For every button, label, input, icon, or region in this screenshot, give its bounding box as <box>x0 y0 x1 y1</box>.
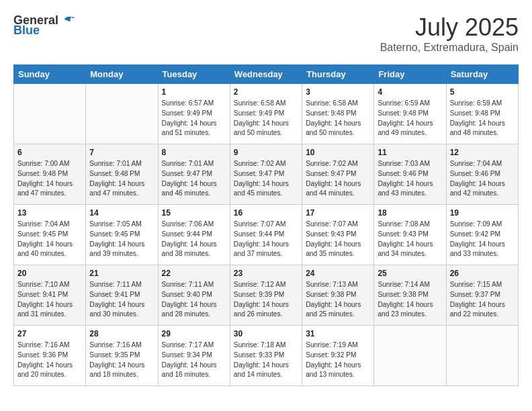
day-number: 4 <box>378 87 442 97</box>
day-number: 9 <box>234 148 298 157</box>
table-row: 1Sunrise: 6:57 AM Sunset: 9:49 PM Daylig… <box>158 84 230 144</box>
table-row: 5Sunrise: 6:59 AM Sunset: 9:48 PM Daylig… <box>446 84 518 144</box>
day-number: 29 <box>162 329 226 338</box>
page-header: General Blue July 2025 Baterno, Extremad… <box>13 13 519 54</box>
day-number: 7 <box>89 148 154 157</box>
table-row: 9Sunrise: 7:02 AM Sunset: 9:47 PM Daylig… <box>230 144 302 205</box>
cell-content: Sunrise: 6:59 AM Sunset: 9:48 PM Dayligh… <box>378 99 442 138</box>
title-block: July 2025 Baterno, Extremadura, Spain <box>380 13 519 54</box>
cell-content: Sunrise: 7:06 AM Sunset: 9:44 PM Dayligh… <box>162 220 226 259</box>
day-number: 2 <box>234 87 298 97</box>
table-row: 20Sunrise: 7:10 AM Sunset: 9:41 PM Dayli… <box>14 265 86 326</box>
table-row: 8Sunrise: 7:01 AM Sunset: 9:47 PM Daylig… <box>158 144 230 205</box>
cell-content: Sunrise: 7:10 AM Sunset: 9:41 PM Dayligh… <box>17 280 82 320</box>
cell-content: Sunrise: 7:11 AM Sunset: 9:41 PM Dayligh… <box>89 280 154 320</box>
cell-content: Sunrise: 7:17 AM Sunset: 9:34 PM Dayligh… <box>162 340 226 380</box>
cell-content: Sunrise: 7:01 AM Sunset: 9:47 PM Dayligh… <box>162 159 226 199</box>
day-number: 26 <box>450 269 515 278</box>
calendar-week-row: 6Sunrise: 7:00 AM Sunset: 9:48 PM Daylig… <box>14 144 519 205</box>
table-row: 11Sunrise: 7:03 AM Sunset: 9:46 PM Dayli… <box>374 144 446 205</box>
cell-content: Sunrise: 7:14 AM Sunset: 9:38 PM Dayligh… <box>378 280 442 320</box>
calendar-week-row: 13Sunrise: 7:04 AM Sunset: 9:45 PM Dayli… <box>14 205 519 265</box>
table-row: 14Sunrise: 7:05 AM Sunset: 9:45 PM Dayli… <box>86 205 158 265</box>
cell-content: Sunrise: 7:15 AM Sunset: 9:37 PM Dayligh… <box>450 280 515 320</box>
day-number: 10 <box>306 148 370 157</box>
cell-content: Sunrise: 7:07 AM Sunset: 9:43 PM Dayligh… <box>306 220 370 259</box>
cell-content: Sunrise: 7:04 AM Sunset: 9:46 PM Dayligh… <box>450 159 515 199</box>
day-number: 8 <box>162 148 226 157</box>
day-number: 13 <box>17 208 82 218</box>
day-number: 14 <box>89 208 154 218</box>
cell-content: Sunrise: 6:59 AM Sunset: 9:48 PM Dayligh… <box>450 99 515 138</box>
day-number: 22 <box>162 269 226 278</box>
table-row: 23Sunrise: 7:12 AM Sunset: 9:39 PM Dayli… <box>230 265 302 326</box>
calendar-week-row: 27Sunrise: 7:16 AM Sunset: 9:36 PM Dayli… <box>14 326 519 386</box>
table-row: 29Sunrise: 7:17 AM Sunset: 9:34 PM Dayli… <box>158 326 230 386</box>
day-number: 24 <box>306 269 370 278</box>
day-number: 11 <box>378 148 442 157</box>
table-row: 16Sunrise: 7:07 AM Sunset: 9:44 PM Dayli… <box>230 205 302 265</box>
cell-content: Sunrise: 7:00 AM Sunset: 9:48 PM Dayligh… <box>17 159 82 199</box>
table-row: 10Sunrise: 7:02 AM Sunset: 9:47 PM Dayli… <box>302 144 374 205</box>
day-number: 21 <box>89 269 154 278</box>
table-row: 6Sunrise: 7:00 AM Sunset: 9:48 PM Daylig… <box>14 144 86 205</box>
table-row <box>374 326 446 386</box>
cell-content: Sunrise: 7:13 AM Sunset: 9:38 PM Dayligh… <box>306 280 370 320</box>
table-row: 28Sunrise: 7:16 AM Sunset: 9:35 PM Dayli… <box>86 326 158 386</box>
col-sunday: Sunday <box>14 65 86 84</box>
cell-content: Sunrise: 7:07 AM Sunset: 9:44 PM Dayligh… <box>234 220 298 259</box>
table-row: 26Sunrise: 7:15 AM Sunset: 9:37 PM Dayli… <box>446 265 518 326</box>
location-title: Baterno, Extremadura, Spain <box>380 42 519 54</box>
table-row: 27Sunrise: 7:16 AM Sunset: 9:36 PM Dayli… <box>14 326 86 386</box>
col-wednesday: Wednesday <box>230 65 302 84</box>
table-row: 24Sunrise: 7:13 AM Sunset: 9:38 PM Dayli… <box>302 265 374 326</box>
table-row: 21Sunrise: 7:11 AM Sunset: 9:41 PM Dayli… <box>86 265 158 326</box>
cell-content: Sunrise: 7:01 AM Sunset: 9:48 PM Dayligh… <box>89 159 154 199</box>
table-row: 12Sunrise: 7:04 AM Sunset: 9:46 PM Dayli… <box>446 144 518 205</box>
table-row: 7Sunrise: 7:01 AM Sunset: 9:48 PM Daylig… <box>86 144 158 205</box>
table-row: 2Sunrise: 6:58 AM Sunset: 9:49 PM Daylig… <box>230 84 302 144</box>
table-row: 31Sunrise: 7:19 AM Sunset: 9:32 PM Dayli… <box>302 326 374 386</box>
cell-content: Sunrise: 7:16 AM Sunset: 9:36 PM Dayligh… <box>17 340 82 380</box>
month-title: July 2025 <box>380 13 519 42</box>
cell-content: Sunrise: 7:11 AM Sunset: 9:40 PM Dayligh… <box>162 280 226 320</box>
col-thursday: Thursday <box>302 65 374 84</box>
calendar-week-row: 20Sunrise: 7:10 AM Sunset: 9:41 PM Dayli… <box>14 265 519 326</box>
cell-content: Sunrise: 7:02 AM Sunset: 9:47 PM Dayligh… <box>234 159 298 199</box>
col-monday: Monday <box>86 65 158 84</box>
day-number: 1 <box>162 87 226 97</box>
cell-content: Sunrise: 7:04 AM Sunset: 9:45 PM Dayligh… <box>17 220 82 259</box>
calendar-header-row: Sunday Monday Tuesday Wednesday Thursday… <box>14 65 519 84</box>
cell-content: Sunrise: 6:58 AM Sunset: 9:49 PM Dayligh… <box>234 99 298 138</box>
table-row <box>446 326 518 386</box>
cell-content: Sunrise: 6:57 AM Sunset: 9:49 PM Dayligh… <box>162 99 226 138</box>
col-saturday: Saturday <box>446 65 518 84</box>
day-number: 23 <box>234 269 298 278</box>
cell-content: Sunrise: 7:08 AM Sunset: 9:43 PM Dayligh… <box>378 220 442 259</box>
cell-content: Sunrise: 7:16 AM Sunset: 9:35 PM Dayligh… <box>89 340 154 380</box>
logo-text-blue: Blue <box>13 24 40 38</box>
day-number: 28 <box>89 329 154 338</box>
cell-content: Sunrise: 7:05 AM Sunset: 9:45 PM Dayligh… <box>89 220 154 259</box>
table-row: 15Sunrise: 7:06 AM Sunset: 9:44 PM Dayli… <box>158 205 230 265</box>
logo-bird-icon <box>60 11 76 28</box>
table-row: 19Sunrise: 7:09 AM Sunset: 9:42 PM Dayli… <box>446 205 518 265</box>
cell-content: Sunrise: 7:18 AM Sunset: 9:33 PM Dayligh… <box>234 340 298 380</box>
day-number: 17 <box>306 208 370 218</box>
table-row: 17Sunrise: 7:07 AM Sunset: 9:43 PM Dayli… <box>302 205 374 265</box>
cell-content: Sunrise: 7:09 AM Sunset: 9:42 PM Dayligh… <box>450 220 515 259</box>
day-number: 27 <box>17 329 82 338</box>
day-number: 16 <box>234 208 298 218</box>
logo: General Blue <box>13 13 76 38</box>
table-row: 4Sunrise: 6:59 AM Sunset: 9:48 PM Daylig… <box>374 84 446 144</box>
cell-content: Sunrise: 6:58 AM Sunset: 9:48 PM Dayligh… <box>306 99 370 138</box>
day-number: 20 <box>17 269 82 278</box>
cell-content: Sunrise: 7:19 AM Sunset: 9:32 PM Dayligh… <box>306 340 370 380</box>
table-row <box>14 84 86 144</box>
table-row: 13Sunrise: 7:04 AM Sunset: 9:45 PM Dayli… <box>14 205 86 265</box>
table-row: 22Sunrise: 7:11 AM Sunset: 9:40 PM Dayli… <box>158 265 230 326</box>
table-row: 3Sunrise: 6:58 AM Sunset: 9:48 PM Daylig… <box>302 84 374 144</box>
day-number: 12 <box>450 148 515 157</box>
cell-content: Sunrise: 7:02 AM Sunset: 9:47 PM Dayligh… <box>306 159 370 199</box>
cell-content: Sunrise: 7:12 AM Sunset: 9:39 PM Dayligh… <box>234 280 298 320</box>
